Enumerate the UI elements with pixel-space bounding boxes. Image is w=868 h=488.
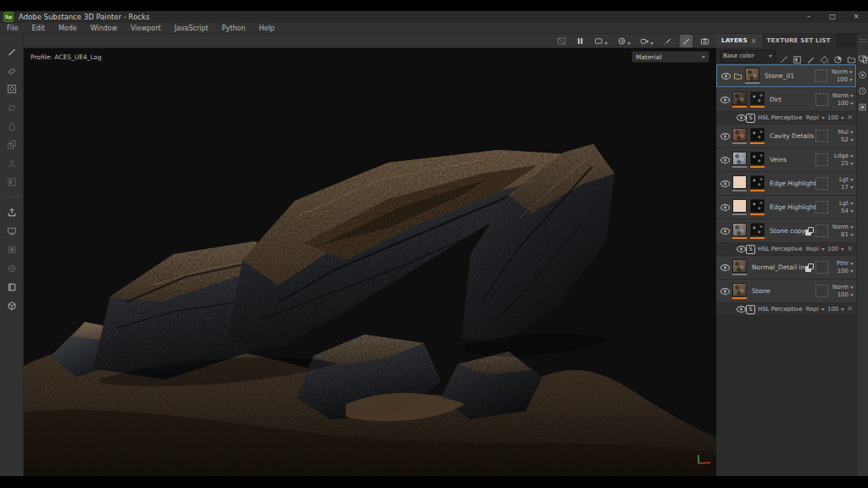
effect-row[interactable]: S HSL Perceptive Repl 100 × bbox=[716, 243, 856, 255]
opacity-value[interactable]: 100 bbox=[837, 292, 849, 298]
blend-mode-value[interactable]: Pthr bbox=[837, 261, 849, 267]
eraser-tool-icon[interactable] bbox=[6, 64, 18, 75]
projection-tool-icon[interactable] bbox=[6, 83, 18, 94]
visibility-eye-icon[interactable] bbox=[721, 73, 731, 80]
brush-icon[interactable] bbox=[661, 35, 674, 47]
pencil-tool-icon[interactable] bbox=[680, 35, 693, 47]
paint-tool-icon[interactable] bbox=[6, 46, 18, 57]
minimize-button[interactable]: – bbox=[797, 11, 821, 23]
opacity-value[interactable]: 54 bbox=[841, 208, 849, 214]
channel-filter-select[interactable]: Base color bbox=[720, 50, 776, 63]
layer-thumbnail[interactable] bbox=[732, 175, 747, 191]
layer-row[interactable]: Stone copy 1 Norm 81 bbox=[716, 219, 856, 242]
opacity-value[interactable]: 81 bbox=[841, 232, 849, 238]
close-button[interactable]: × bbox=[844, 11, 868, 23]
visibility-eye-icon[interactable] bbox=[737, 306, 744, 313]
render-icon[interactable] bbox=[6, 225, 18, 236]
menu-item-python[interactable]: Python bbox=[222, 25, 246, 32]
layer-row[interactable]: Edge Highlights 1 Lgt 54 bbox=[716, 196, 856, 219]
dock-handle[interactable] bbox=[860, 39, 866, 42]
visibility-eye-icon[interactable] bbox=[721, 264, 730, 271]
menu-item-edit[interactable]: Edit bbox=[31, 25, 45, 32]
menu-item-javascript[interactable]: JavaScript bbox=[175, 25, 209, 32]
visibility-eye-icon[interactable] bbox=[721, 228, 730, 235]
menu-item-file[interactable]: File bbox=[7, 25, 18, 32]
visibility-eye-icon[interactable] bbox=[737, 114, 744, 121]
quick-mask-icon[interactable] bbox=[6, 176, 18, 187]
add-effect-wand-icon[interactable] bbox=[779, 52, 788, 61]
visibility-eye-icon[interactable] bbox=[721, 133, 730, 140]
clone-tool-icon[interactable] bbox=[6, 139, 18, 150]
effect-blend-value[interactable]: Repl bbox=[806, 246, 819, 252]
visibility-eye-icon[interactable] bbox=[721, 204, 730, 211]
effect-opacity-value[interactable]: 100 bbox=[827, 114, 838, 121]
layer-thumbnail[interactable] bbox=[732, 92, 747, 108]
shader-settings-icon[interactable] bbox=[858, 67, 867, 76]
blend-mode-value[interactable]: Norm bbox=[832, 93, 849, 99]
mask-slot[interactable] bbox=[815, 177, 828, 190]
visibility-eye-icon[interactable] bbox=[721, 157, 730, 164]
screenshot-camera-icon[interactable] bbox=[698, 35, 711, 47]
mask-slot[interactable] bbox=[815, 153, 828, 166]
3d-viewport[interactable]: Profile: ACES_UE4_Log Material bbox=[24, 48, 716, 476]
add-paint-layer-icon[interactable] bbox=[806, 52, 815, 61]
texture-set-settings-icon[interactable] bbox=[858, 99, 867, 108]
blend-mode-value[interactable]: Lgt bbox=[839, 201, 849, 207]
shelf-icon[interactable] bbox=[6, 281, 18, 292]
smudge-tool-icon[interactable] bbox=[6, 120, 18, 131]
blend-mode-value[interactable]: Norm bbox=[832, 69, 848, 75]
environment-icon[interactable] bbox=[615, 35, 632, 47]
layer-thumbnail[interactable] bbox=[750, 223, 765, 239]
tab-layers[interactable]: LAYERS × bbox=[716, 34, 762, 47]
tab-texture-set-list[interactable]: TEXTURE SET LIST bbox=[762, 34, 836, 47]
viewer-settings-icon[interactable] bbox=[6, 263, 18, 274]
layer-thumbnail[interactable] bbox=[732, 259, 747, 275]
material-picker-tool-icon[interactable] bbox=[6, 158, 18, 169]
layer-thumbnail[interactable] bbox=[732, 223, 747, 239]
layer-row[interactable]: Stone Norm 100 bbox=[716, 280, 856, 302]
display-settings-icon[interactable] bbox=[6, 244, 18, 255]
export-icon[interactable] bbox=[6, 207, 18, 218]
polygon-fill-tool-icon[interactable] bbox=[6, 102, 18, 113]
symmetry-icon[interactable] bbox=[555, 35, 568, 47]
mask-slot[interactable] bbox=[815, 285, 828, 297]
layer-row[interactable]: Dirt Norm 100 bbox=[716, 88, 856, 111]
menu-item-help[interactable]: Help bbox=[259, 25, 274, 32]
add-mask-icon[interactable] bbox=[793, 52, 802, 61]
remove-effect-icon[interactable]: × bbox=[847, 306, 853, 313]
shading-mode-select[interactable]: Material bbox=[632, 51, 709, 63]
layer-row[interactable]: Normal_Detail instance Pthr 100 bbox=[716, 256, 856, 279]
opacity-value[interactable]: 52 bbox=[841, 137, 849, 143]
opacity-value[interactable]: 100 bbox=[837, 101, 849, 107]
history-icon[interactable] bbox=[858, 83, 867, 92]
effect-blend-value[interactable]: Repl bbox=[806, 306, 819, 313]
layer-thumbnail[interactable] bbox=[750, 128, 765, 144]
add-fill-layer-icon[interactable] bbox=[820, 52, 829, 61]
layer-row[interactable]: Stone_01 Norm 100 bbox=[716, 64, 856, 87]
blend-mode-value[interactable]: Norm bbox=[832, 285, 849, 291]
mask-slot[interactable] bbox=[815, 130, 828, 142]
effect-row[interactable]: S HSL Perceptive Repl 100 × bbox=[716, 303, 856, 315]
blend-mode-value[interactable]: Norm bbox=[832, 225, 849, 230]
menu-item-mode[interactable]: Mode bbox=[58, 25, 77, 32]
visibility-eye-icon[interactable] bbox=[721, 180, 730, 187]
blend-mode-value[interactable]: Mul bbox=[838, 130, 849, 136]
menu-item-window[interactable]: Window bbox=[91, 25, 118, 32]
mask-slot[interactable] bbox=[815, 225, 828, 237]
visibility-eye-icon[interactable] bbox=[721, 97, 730, 103]
effect-blend-value[interactable]: Repl bbox=[806, 114, 819, 121]
add-smart-material-icon[interactable] bbox=[833, 52, 843, 61]
viewport-display-icon[interactable] bbox=[593, 35, 609, 47]
tab-close-icon[interactable]: × bbox=[751, 37, 757, 45]
mask-slot[interactable] bbox=[815, 69, 827, 82]
mask-slot[interactable] bbox=[815, 261, 828, 274]
mask-slot[interactable] bbox=[815, 201, 828, 214]
blend-mode-value[interactable]: Ldge bbox=[834, 153, 849, 159]
geometry-icon[interactable] bbox=[6, 300, 18, 311]
visibility-eye-icon[interactable] bbox=[737, 246, 744, 252]
effect-opacity-value[interactable]: 100 bbox=[827, 246, 838, 252]
layer-row[interactable]: Edge Highlights 2 Lgt 17 bbox=[716, 172, 856, 195]
opacity-value[interactable]: 25 bbox=[841, 161, 849, 167]
layer-thumbnail[interactable] bbox=[732, 199, 747, 215]
camera-projection-icon[interactable] bbox=[638, 35, 655, 47]
